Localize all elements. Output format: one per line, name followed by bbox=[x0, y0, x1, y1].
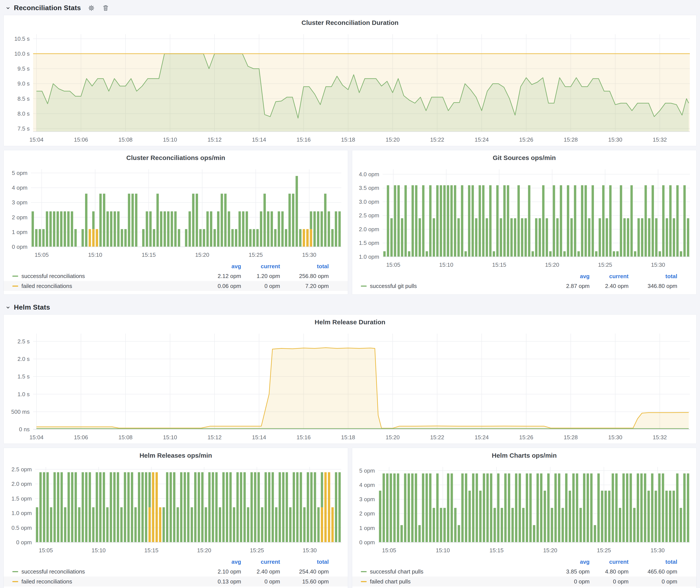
legend-sort-current[interactable]: current bbox=[241, 559, 280, 565]
legend: avg current total successful reconciliat… bbox=[4, 261, 348, 294]
helm-release-duration-chart[interactable]: 2.5 s2.0 s1.5 s1.0 s500 ms0 ns15:0415:06… bbox=[5, 327, 695, 444]
legend-sort-current[interactable]: current bbox=[590, 273, 629, 280]
git-sources-opm-chart[interactable]: 4.0 opm3.5 opm3.0 opm2.5 opm2.0 opm1.5 o… bbox=[353, 162, 695, 271]
legend-current-value: 0 opm bbox=[241, 283, 280, 289]
legend-current-value: 4.80 opm bbox=[590, 568, 629, 575]
svg-text:15:14: 15:14 bbox=[252, 136, 266, 143]
panel-title[interactable]: Helm Charts ops/min bbox=[352, 448, 696, 460]
series-color-dash bbox=[361, 571, 367, 572]
legend-series-toggle[interactable]: successful git pulls bbox=[361, 283, 552, 289]
dashboard: Reconciliation Stats bbox=[0, 0, 700, 588]
legend-label: successful chart pulls bbox=[370, 568, 423, 575]
legend-total-value: 15.60 opm bbox=[280, 578, 329, 585]
panel-title[interactable]: Git Sources ops/min bbox=[352, 150, 696, 162]
panel-cluster-reconciliation-duration: Cluster Reconciliation Duration 10.5 s10… bbox=[3, 15, 697, 146]
legend-sort-total[interactable]: total bbox=[280, 559, 329, 565]
svg-text:1.0 s: 1.0 s bbox=[18, 391, 30, 397]
gear-icon[interactable] bbox=[87, 4, 95, 12]
svg-text:15:15: 15:15 bbox=[492, 262, 506, 268]
panel-title[interactable]: Cluster Reconciliation Duration bbox=[4, 15, 696, 27]
section-title: Reconciliation Stats bbox=[14, 4, 81, 12]
svg-text:5 opm: 5 opm bbox=[359, 467, 375, 474]
svg-text:15:30: 15:30 bbox=[651, 547, 665, 554]
svg-text:15:22: 15:22 bbox=[430, 434, 444, 441]
legend-sort-total[interactable]: total bbox=[629, 559, 677, 565]
svg-text:2 opm: 2 opm bbox=[12, 214, 27, 221]
panel-title[interactable]: Helm Release Duration bbox=[4, 315, 696, 327]
helm-releases-opm-chart[interactable]: 2.5 opm2.0 opm1.5 opm1.0 opm0.5 opm0 opm… bbox=[5, 460, 347, 557]
legend-series-toggle[interactable]: failed chart pulls bbox=[361, 578, 552, 585]
legend-sort-current[interactable]: current bbox=[241, 263, 280, 270]
svg-text:15:10: 15:10 bbox=[436, 547, 450, 554]
svg-text:4 opm: 4 opm bbox=[359, 482, 375, 488]
svg-text:10.5 s: 10.5 s bbox=[14, 36, 30, 42]
svg-text:0 ns: 0 ns bbox=[19, 426, 30, 433]
chart-area: 2.5 opm2.0 opm1.5 opm1.0 opm0.5 opm0 opm… bbox=[4, 460, 348, 557]
series-color-dash bbox=[361, 286, 367, 287]
cluster-reconciliations-opm-chart[interactable]: 5 opm4 opm3 opm2 opm1 opm0 opm15:0515:10… bbox=[5, 162, 347, 261]
svg-text:15:24: 15:24 bbox=[475, 136, 489, 143]
legend-avg-value: 3.85 opm bbox=[552, 568, 590, 575]
chart-area: 10.5 s10.0 s9.5 s9.0 s8.5 s8.0 s7.5 s15:… bbox=[4, 27, 696, 146]
chevron-down-icon bbox=[5, 5, 11, 11]
svg-text:15:12: 15:12 bbox=[208, 434, 222, 441]
legend-row-successful-chart-pulls: successful chart pulls 3.85 opm 4.80 opm… bbox=[352, 567, 696, 577]
legend-avg-value: 0.13 opm bbox=[203, 578, 241, 585]
legend-sort-current[interactable]: current bbox=[590, 559, 629, 565]
svg-text:4.0 opm: 4.0 opm bbox=[359, 171, 379, 178]
svg-text:15:16: 15:16 bbox=[297, 434, 311, 441]
helm-charts-opm-chart[interactable]: 5 opm4 opm3 opm2 opm1 opm0 opm15:0515:10… bbox=[353, 460, 695, 557]
svg-text:0 opm: 0 opm bbox=[16, 539, 32, 546]
legend-series-toggle[interactable]: successful reconciliations bbox=[12, 568, 203, 575]
cluster-reconciliation-duration-chart[interactable]: 10.5 s10.0 s9.5 s9.0 s8.5 s8.0 s7.5 s15:… bbox=[5, 27, 695, 146]
svg-text:1 opm: 1 opm bbox=[359, 525, 375, 531]
svg-text:15:25: 15:25 bbox=[597, 547, 611, 554]
panel-title[interactable]: Helm Releases ops/min bbox=[4, 448, 348, 460]
legend-header-row: avg current total bbox=[4, 557, 348, 567]
panel-title[interactable]: Cluster Reconciliations ops/min bbox=[4, 150, 348, 162]
legend-sort-total[interactable]: total bbox=[629, 273, 677, 280]
svg-text:15:10: 15:10 bbox=[439, 262, 453, 268]
svg-text:15:30: 15:30 bbox=[651, 262, 665, 268]
chart-area: 2.5 s2.0 s1.5 s1.0 s500 ms0 ns15:0415:06… bbox=[4, 327, 696, 444]
legend-avg-value: 0 opm bbox=[552, 578, 590, 585]
legend-series-toggle[interactable]: failed reconciliations bbox=[12, 578, 203, 585]
svg-text:15:25: 15:25 bbox=[249, 252, 263, 258]
legend-series-toggle[interactable]: successful reconciliations bbox=[12, 273, 203, 279]
svg-text:1 opm: 1 opm bbox=[12, 229, 27, 235]
svg-text:0 opm: 0 opm bbox=[359, 539, 375, 546]
legend-label: successful reconciliations bbox=[21, 568, 85, 575]
legend-sort-total[interactable]: total bbox=[280, 263, 329, 270]
legend-total-value: 346.80 opm bbox=[629, 283, 677, 289]
svg-text:0.5 opm: 0.5 opm bbox=[11, 525, 32, 531]
row-header-reconciliation-stats[interactable]: Reconciliation Stats bbox=[0, 1, 700, 15]
series-color-dash bbox=[12, 276, 18, 277]
chart-area: 5 opm4 opm3 opm2 opm1 opm0 opm15:0515:10… bbox=[4, 162, 348, 261]
svg-text:1.0 opm: 1.0 opm bbox=[359, 254, 379, 260]
svg-text:15:30: 15:30 bbox=[608, 434, 622, 441]
svg-text:9.0 s: 9.0 s bbox=[18, 80, 30, 87]
legend-series-toggle[interactable]: failed reconciliations bbox=[12, 283, 203, 289]
legend-row-successful-git-pulls: successful git pulls 2.87 opm 2.40 opm 3… bbox=[352, 281, 696, 291]
series-color-dash bbox=[12, 286, 18, 287]
svg-text:15:05: 15:05 bbox=[35, 252, 49, 258]
legend-current-value: 2.40 opm bbox=[241, 568, 280, 575]
svg-text:15:05: 15:05 bbox=[386, 262, 400, 268]
svg-text:3.0 opm: 3.0 opm bbox=[359, 199, 379, 205]
legend-sort-avg[interactable]: avg bbox=[552, 559, 590, 565]
legend-sort-avg[interactable]: avg bbox=[552, 273, 590, 280]
legend-sort-avg[interactable]: avg bbox=[203, 263, 241, 270]
row-header-helm-stats[interactable]: Helm Stats bbox=[0, 299, 700, 314]
svg-text:4 opm: 4 opm bbox=[12, 184, 27, 191]
svg-text:15:04: 15:04 bbox=[29, 136, 44, 143]
legend-sort-avg[interactable]: avg bbox=[203, 559, 241, 565]
svg-text:15:05: 15:05 bbox=[382, 547, 396, 554]
legend-series-toggle[interactable]: successful chart pulls bbox=[361, 568, 552, 575]
svg-text:15:10: 15:10 bbox=[163, 434, 177, 441]
svg-text:15:20: 15:20 bbox=[195, 252, 209, 258]
legend-avg-value: 2.12 opm bbox=[203, 273, 241, 279]
panel-helm-release-duration: Helm Release Duration 2.5 s2.0 s1.5 s1.0… bbox=[3, 314, 697, 444]
trash-icon[interactable] bbox=[102, 4, 110, 12]
svg-text:2.0 opm: 2.0 opm bbox=[11, 481, 32, 487]
svg-text:15:06: 15:06 bbox=[74, 136, 88, 143]
